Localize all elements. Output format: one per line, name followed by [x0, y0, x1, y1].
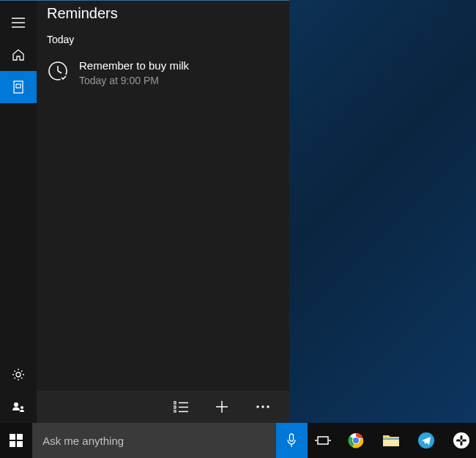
svg-line-10	[58, 71, 62, 73]
hamburger-icon	[12, 18, 25, 28]
list-icon	[174, 401, 188, 413]
ellipsis-icon	[256, 405, 270, 409]
search-placeholder: Ask me anything	[42, 435, 124, 447]
cortana-panel: Reminders Today Remember to buy milk Tod…	[0, 0, 289, 423]
svg-point-34	[353, 438, 359, 443]
microphone-button[interactable]	[276, 423, 307, 458]
more-options-button[interactable]	[245, 391, 280, 423]
svg-rect-41	[456, 440, 461, 442]
task-view-icon	[315, 435, 331, 446]
slack-icon	[453, 432, 469, 448]
task-view-button[interactable]	[308, 423, 338, 458]
cortana-search-input[interactable]: Ask me anything	[32, 423, 276, 458]
svg-rect-36	[383, 438, 399, 440]
taskbar-app-file-explorer[interactable]	[376, 423, 406, 458]
svg-rect-39	[460, 435, 462, 440]
svg-point-5	[16, 372, 21, 377]
start-button[interactable]	[0, 423, 32, 458]
svg-rect-27	[290, 434, 294, 441]
plus-icon	[215, 399, 229, 414]
add-reminder-button[interactable]	[204, 391, 239, 423]
sidebar-settings-button[interactable]	[0, 358, 37, 391]
reminder-item[interactable]: Remember to buy milk Today at 9:00 PM	[37, 53, 289, 93]
svg-point-22	[267, 405, 269, 408]
panel-header: Reminders	[37, 1, 289, 28]
taskbar-app-chrome[interactable]	[341, 423, 371, 458]
telegram-icon	[418, 432, 434, 448]
clock-check-icon	[47, 60, 69, 82]
svg-rect-29	[318, 437, 328, 444]
feedback-icon	[12, 400, 25, 413]
cortana-main: Reminders Today Remember to buy milk Tod…	[37, 1, 289, 423]
svg-point-38	[453, 432, 469, 448]
chrome-icon	[348, 432, 364, 448]
svg-rect-13	[174, 406, 176, 408]
svg-rect-40	[460, 441, 462, 446]
svg-point-21	[261, 405, 264, 408]
reminders-action-bar	[37, 391, 289, 423]
section-today-label: Today	[37, 28, 289, 53]
svg-rect-12	[174, 402, 176, 404]
reminder-title: Remember to buy milk	[79, 59, 279, 73]
svg-point-20	[256, 405, 259, 408]
svg-point-7	[21, 406, 23, 409]
sidebar-home-button[interactable]	[0, 39, 37, 71]
list-view-button[interactable]	[163, 391, 198, 423]
home-icon	[12, 48, 25, 61]
gear-icon	[12, 368, 25, 381]
svg-rect-26	[17, 441, 23, 447]
notebook-icon	[12, 80, 25, 94]
taskbar-pinned-apps	[338, 423, 476, 458]
cortana-sidebar	[0, 1, 37, 423]
taskbar: Ask me anything	[0, 423, 476, 458]
taskbar-app-slack[interactable]	[447, 423, 476, 458]
taskbar-app-telegram[interactable]	[412, 423, 441, 458]
svg-rect-25	[10, 441, 15, 447]
svg-rect-24	[17, 434, 23, 440]
svg-rect-23	[10, 434, 15, 440]
svg-rect-4	[16, 84, 21, 88]
sidebar-feedback-button[interactable]	[0, 391, 37, 423]
svg-point-6	[14, 402, 18, 407]
sidebar-notebook-button[interactable]	[0, 71, 37, 103]
file-explorer-icon	[382, 433, 400, 448]
svg-rect-42	[462, 440, 466, 442]
microphone-icon	[286, 433, 297, 448]
reminder-content: Remember to buy milk Today at 9:00 PM	[79, 59, 279, 87]
svg-rect-3	[14, 81, 23, 93]
svg-rect-14	[174, 410, 176, 413]
page-title: Reminders	[47, 5, 279, 22]
hamburger-menu-button[interactable]	[0, 7, 37, 39]
reminder-time: Today at 9:00 PM	[79, 74, 279, 87]
windows-logo-icon	[10, 434, 23, 447]
